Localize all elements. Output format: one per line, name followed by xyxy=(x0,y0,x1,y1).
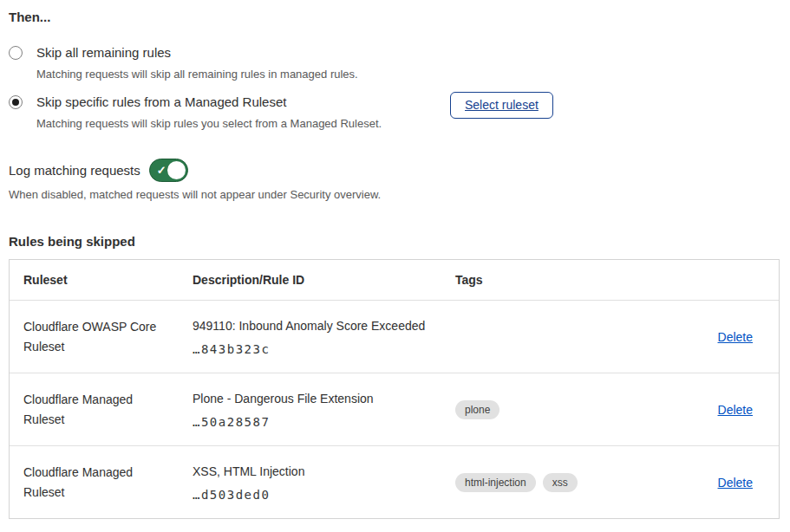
rule-description: Plone - Dangerous File Extension xyxy=(193,391,438,406)
table-header-row: Ruleset Description/Rule ID Tags xyxy=(10,260,779,300)
tag-badge: plone xyxy=(455,400,499,419)
option-label-skip-all[interactable]: Skip all remaining rules xyxy=(36,44,358,62)
table-row: Cloudflare OWASP Core Ruleset 949110: In… xyxy=(10,300,779,373)
rules-being-skipped-heading: Rules being skipped xyxy=(9,234,780,249)
ruleset-name: Cloudflare OWASP Core Ruleset xyxy=(23,317,193,357)
log-matching-requests-row: Log matching requests ✓ xyxy=(9,159,780,182)
option-description-skip-all: Matching requests will skip all remainin… xyxy=(36,67,358,81)
delete-rule-link[interactable]: Delete xyxy=(718,476,753,490)
tag-badge: xss xyxy=(543,473,578,492)
rule-description: XSS, HTML Injection xyxy=(193,464,438,479)
column-header-description-rule-id: Description/Rule ID xyxy=(193,273,455,287)
table-row: Cloudflare Managed Ruleset Plone - Dange… xyxy=(10,373,779,445)
log-description: When disabled, matched requests will not… xyxy=(9,188,780,201)
ruleset-name: Cloudflare Managed Ruleset xyxy=(23,463,193,503)
log-matching-requests-label: Log matching requests xyxy=(9,163,140,178)
waf-rule-action-panel: Then... Skip all remaining rules Matchin… xyxy=(0,0,790,532)
delete-rule-link[interactable]: Delete xyxy=(718,330,753,344)
option-label-skip-specific[interactable]: Skip specific rules from a Managed Rules… xyxy=(36,94,382,111)
delete-rule-link[interactable]: Delete xyxy=(718,403,753,417)
select-ruleset-button[interactable]: Select ruleset xyxy=(450,92,553,119)
tags-cell: html-injection xss xyxy=(455,473,666,492)
then-heading: Then... xyxy=(9,10,780,24)
rule-id: …50a28587 xyxy=(193,415,438,429)
rule-description: 949110: Inbound Anomaly Score Exceeded xyxy=(193,318,438,334)
log-toggle[interactable]: ✓ xyxy=(149,159,188,182)
radio-skip-specific[interactable] xyxy=(9,95,23,109)
tag-badge: html-injection xyxy=(455,473,536,492)
rule-id: …843b323c xyxy=(193,342,438,356)
option-skip-specific-rules: Skip specific rules from a Managed Rules… xyxy=(9,94,780,131)
rules-being-skipped-table: Ruleset Description/Rule ID Tags Cloudfl… xyxy=(9,259,780,519)
radio-skip-all-remaining[interactable] xyxy=(9,46,23,60)
rule-id: …d503ded0 xyxy=(193,488,438,502)
toggle-knob xyxy=(167,161,186,179)
column-header-ruleset: Ruleset xyxy=(23,270,193,290)
check-icon: ✓ xyxy=(157,165,166,176)
tags-cell: plone xyxy=(455,400,666,419)
column-header-tags: Tags xyxy=(455,273,666,287)
table-row: Cloudflare Managed Ruleset XSS, HTML Inj… xyxy=(10,445,779,518)
ruleset-name: Cloudflare Managed Ruleset xyxy=(23,390,193,430)
option-description-skip-specific: Matching requests will skip rules you se… xyxy=(36,116,382,131)
option-skip-all-remaining-rules: Skip all remaining rules Matching reques… xyxy=(9,44,780,81)
